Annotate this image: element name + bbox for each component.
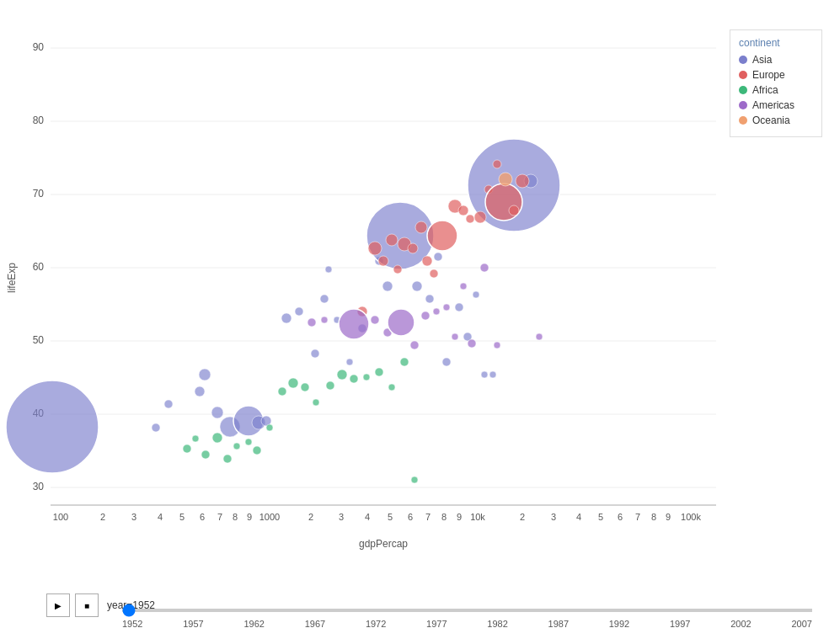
bubble-12[interactable] — [311, 349, 319, 358]
x-tick-3a: 3 — [131, 512, 136, 522]
bubble-65[interactable] — [326, 381, 334, 390]
bubble-34[interactable] — [378, 256, 388, 266]
bubble-9[interactable] — [152, 423, 160, 432]
bubble-69[interactable] — [375, 368, 383, 376]
bubble-89[interactable] — [499, 173, 512, 186]
bubble-86[interactable] — [494, 342, 500, 349]
stop-button[interactable]: ■ — [75, 593, 99, 617]
bubble-71[interactable] — [400, 358, 409, 366]
legend-item-asia: Asia — [739, 54, 813, 66]
bubble-44[interactable] — [458, 205, 468, 216]
bubble-78[interactable] — [388, 309, 414, 336]
bubble-58[interactable] — [245, 439, 252, 445]
bubble-50[interactable] — [509, 205, 519, 216]
bubble-19[interactable] — [382, 281, 393, 291]
bubble-60[interactable] — [266, 424, 273, 431]
bubble-75[interactable] — [339, 309, 369, 339]
bubbles-group — [6, 139, 560, 483]
bubble-36[interactable] — [393, 265, 402, 274]
bubble-51[interactable] — [516, 174, 529, 188]
bubble-11[interactable] — [295, 307, 303, 316]
bubble-29[interactable] — [489, 371, 496, 378]
bubble-72[interactable] — [411, 476, 418, 483]
bubble-64[interactable] — [313, 399, 319, 406]
bubble-56[interactable] — [223, 455, 232, 463]
bubble-24[interactable] — [442, 358, 451, 366]
bubble-53[interactable] — [192, 435, 199, 442]
bubble-16[interactable] — [346, 359, 353, 365]
bubble-66[interactable] — [337, 370, 347, 380]
bubble-0[interactable] — [6, 381, 99, 473]
bubble-67[interactable] — [350, 375, 358, 383]
x-tick-5a: 5 — [179, 512, 185, 522]
bubble-5[interactable] — [211, 407, 223, 418]
bubble-25[interactable] — [455, 303, 463, 311]
bubble-7[interactable] — [199, 369, 211, 381]
bubble-73[interactable] — [308, 318, 316, 327]
bubble-8[interactable] — [164, 400, 173, 408]
play-button[interactable]: ▶ — [46, 593, 70, 617]
bubble-42[interactable] — [427, 221, 457, 251]
y-tick-90: 90 — [33, 41, 45, 53]
bubble-74[interactable] — [321, 317, 328, 323]
bubble-63[interactable] — [301, 383, 309, 391]
slider-label-2007: 2007 — [791, 619, 811, 629]
bubble-61[interactable] — [278, 387, 286, 396]
bubble-33[interactable] — [368, 242, 382, 255]
x-tick-10k: 10k — [470, 512, 485, 522]
bubble-46[interactable] — [474, 211, 486, 223]
bubble-39[interactable] — [415, 221, 427, 233]
bubble-21[interactable] — [412, 281, 422, 291]
legend-label-africa: Africa — [752, 84, 778, 96]
bubble-45[interactable] — [466, 215, 474, 223]
x-tick-9b: 9 — [457, 512, 462, 522]
legend-label-americas: Americas — [752, 99, 794, 111]
bubble-38[interactable] — [408, 243, 418, 253]
bubble-59[interactable] — [253, 446, 261, 455]
bubble-27[interactable] — [473, 291, 479, 298]
bubble-28[interactable] — [481, 371, 488, 378]
bubble-23[interactable] — [434, 253, 442, 261]
bubble-40[interactable] — [422, 256, 432, 266]
bubble-41[interactable] — [430, 269, 438, 278]
bubble-80[interactable] — [421, 311, 430, 320]
bubble-13[interactable] — [320, 295, 329, 303]
bubble-10[interactable] — [281, 313, 291, 323]
legend-dot-europe — [739, 71, 747, 79]
bubble-35[interactable] — [386, 234, 398, 246]
bubble-49[interactable] — [485, 184, 522, 221]
bubble-68[interactable] — [363, 374, 370, 381]
x-axis-label: gdpPercap — [359, 538, 408, 550]
bubble-22[interactable] — [425, 295, 434, 303]
year-slider[interactable] — [122, 609, 812, 612]
bubble-70[interactable] — [388, 384, 395, 391]
bubble-84[interactable] — [460, 283, 467, 290]
x-tick-8c: 8 — [651, 512, 656, 522]
bubble-48[interactable] — [493, 160, 501, 168]
bubble-52[interactable] — [183, 444, 191, 453]
legend-item-oceania: Oceania — [739, 114, 813, 126]
bubble-83[interactable] — [452, 333, 458, 340]
bubble-55[interactable] — [212, 433, 222, 443]
bubble-87[interactable] — [536, 333, 543, 340]
bubble-79[interactable] — [410, 341, 419, 349]
bubble-82[interactable] — [443, 304, 450, 311]
bubble-76[interactable] — [371, 316, 379, 324]
bubble-57[interactable] — [233, 443, 240, 450]
x-tick-6a: 6 — [200, 512, 205, 522]
y-axis-label: lifeExp — [6, 263, 18, 293]
bubble-6[interactable] — [195, 386, 205, 397]
legend-title: continent — [739, 37, 813, 49]
slider-label-1967: 1967 — [305, 619, 325, 629]
legend-label-asia: Asia — [752, 54, 772, 66]
slider-label-1997: 1997 — [670, 619, 690, 629]
bubble-14[interactable] — [325, 266, 332, 273]
bubble-62[interactable] — [288, 378, 298, 388]
x-tick-8a: 8 — [233, 512, 238, 522]
bubble-88[interactable] — [480, 263, 489, 272]
bubble-81[interactable] — [433, 308, 440, 315]
bubble-85[interactable] — [468, 339, 476, 348]
legend-item-americas: Americas — [739, 99, 813, 111]
bubble-54[interactable] — [201, 450, 210, 459]
slider-label-1992: 1992 — [609, 619, 629, 629]
